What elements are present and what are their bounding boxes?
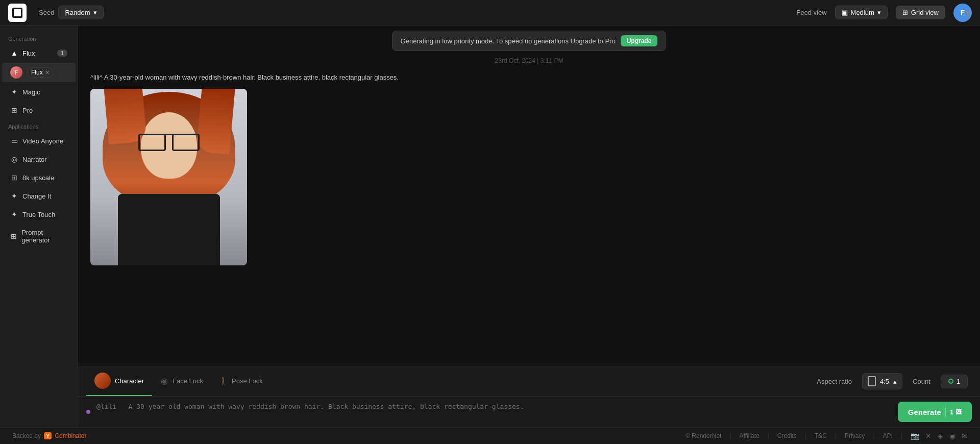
portrait-figure	[113, 102, 225, 265]
email-icon[interactable]: ✉	[962, 432, 968, 440]
affiliate-link[interactable]: Affiliate	[740, 432, 760, 439]
logo-inner	[12, 8, 22, 18]
controls-right: Aspect ratio 4:5 ▴ Count 1	[817, 373, 972, 389]
seed-dropdown[interactable]: Random ▾	[58, 6, 103, 19]
bottom-controls: Character ◉ Face Lock 🚶 Pose Lock Aspect…	[78, 366, 980, 427]
aspect-ratio-label: Aspect ratio	[817, 378, 852, 385]
timestamp: 23rd Oct, 2024 | 3:11 PM	[78, 56, 980, 68]
sidebar: Generation ▲ Flux 1 F Flux ✕ ✦ Magic ⊞ P…	[0, 26, 78, 427]
chevron-up-icon: ▴	[893, 378, 897, 385]
narrator-icon: ◎	[10, 155, 18, 163]
footer: Backed by Y Combinator © RenderNet | Aff…	[0, 427, 980, 444]
glasses	[138, 134, 200, 148]
sidebar-item-change-it[interactable]: ✦ Change It	[2, 187, 76, 205]
aspect-ratio-button[interactable]: 4:5 ▴	[862, 373, 902, 389]
top-header: Seed Random ▾ Feed view ▣ Medium ▾ ⊞ Gri…	[0, 0, 980, 26]
notification-text: Generating in low priority mode. To spee…	[401, 37, 616, 45]
generate-divider	[945, 407, 946, 417]
count-dot	[948, 379, 953, 384]
generated-image	[90, 89, 247, 265]
flux-tag-label: Flux	[31, 69, 43, 76]
notification-bar: Generating in low priority mode. To spee…	[78, 26, 980, 56]
content-area: Generating in low priority mode. To spee…	[78, 26, 980, 427]
header-right: Feed view ▣ Medium ▾ ⊞ Grid view F	[796, 4, 972, 22]
image-area: ⬆	[78, 87, 980, 366]
flux-tag[interactable]: Flux ✕	[27, 67, 54, 78]
sidebar-item-true-touch[interactable]: ✦ True Touch	[2, 206, 76, 223]
sidebar-flux-label: Flux	[22, 50, 35, 57]
instagram-icon[interactable]: 📷	[911, 432, 919, 440]
tab-pose-lock[interactable]: 🚶 Pose Lock	[211, 371, 271, 392]
separator-6: |	[901, 432, 902, 439]
combinator-label: Combinator	[55, 432, 86, 439]
flux-tag-row[interactable]: F Flux ✕	[2, 63, 76, 82]
generate-count-value: 1	[950, 408, 953, 416]
prompt-gen-label: Prompt generator	[21, 229, 67, 244]
hair-front-right	[196, 89, 236, 155]
medium-label: Medium	[851, 9, 874, 16]
seed-value: Random	[65, 9, 90, 16]
sidebar-item-prompt-gen[interactable]: ⊞ Prompt generator	[2, 224, 76, 249]
portrait-bg	[90, 89, 247, 265]
flux-badge: 1	[57, 50, 67, 57]
upgrade-button[interactable]: Upgrade	[621, 35, 658, 46]
api-link[interactable]: API	[883, 432, 893, 439]
character-thumbnail	[94, 373, 111, 389]
logo[interactable]	[8, 4, 27, 22]
input-row: Generate 1 🖼	[78, 397, 980, 427]
face-lock-label: Face Lock	[173, 377, 203, 385]
image-icon: 🖼	[955, 408, 962, 415]
twitter-icon[interactable]: ✕	[925, 432, 932, 440]
flux-tag-icon: F	[10, 66, 22, 79]
face-lock-icon: ◉	[160, 377, 168, 385]
chevron-down-icon: ▾	[93, 9, 97, 16]
pro-icon: ⊞	[10, 106, 18, 114]
character-tab-label: Character	[115, 377, 144, 385]
true-touch-label: True Touch	[22, 211, 55, 218]
separator-2: |	[768, 432, 769, 439]
change-it-label: Change It	[22, 192, 51, 200]
sidebar-item-video-anyone[interactable]: ▭ Video Anyone	[2, 132, 76, 150]
reddit-icon[interactable]: ◉	[949, 432, 955, 440]
separator-5: |	[873, 432, 874, 439]
footer-left: Backed by Y Combinator	[12, 432, 86, 439]
notification-box: Generating in low priority mode. To spee…	[392, 31, 667, 51]
tab-face-lock[interactable]: ◉ Face Lock	[152, 371, 211, 392]
copyright-label: © RenderNet	[685, 432, 721, 439]
backed-by-label: Backed by	[12, 432, 41, 439]
pose-lock-icon: 🚶	[219, 377, 228, 385]
sidebar-item-magic[interactable]: ✦ Magic	[2, 83, 76, 101]
section-generation-label: Generation	[0, 32, 78, 44]
flux-tag-close[interactable]: ✕	[45, 69, 50, 76]
upscale-label: 8k upscale	[22, 174, 54, 182]
grid-view-button[interactable]: ⊞ Grid view	[896, 6, 945, 19]
prompt-input[interactable]	[96, 402, 892, 422]
generate-button[interactable]: Generate 1 🖼	[898, 402, 972, 422]
tab-active-indicator	[94, 395, 144, 396]
sidebar-item-narrator[interactable]: ◎ Narrator	[2, 151, 76, 168]
sidebar-item-upscale[interactable]: ⊞ 8k upscale	[2, 169, 76, 186]
sidebar-item-pro[interactable]: ⊞ Pro	[2, 102, 76, 119]
feed-view-button[interactable]: Feed view	[796, 9, 826, 16]
true-touch-icon: ✦	[10, 210, 18, 218]
medium-icon: ▣	[842, 9, 848, 16]
torso	[118, 194, 220, 265]
count-value-box: 1	[941, 375, 968, 388]
magic-icon: ✦	[10, 88, 18, 96]
footer-right: © RenderNet | Affiliate | Credits | T&C …	[685, 432, 968, 440]
tc-link[interactable]: T&C	[815, 432, 827, 439]
tab-character[interactable]: Character	[86, 366, 152, 396]
medium-view-button[interactable]: ▣ Medium ▾	[835, 6, 888, 19]
prompt-gen-icon: ⊞	[10, 232, 17, 240]
privacy-link[interactable]: Privacy	[845, 432, 865, 439]
sidebar-item-flux[interactable]: ▲ Flux 1	[2, 44, 76, 62]
credits-link[interactable]: Credits	[777, 432, 797, 439]
chevron-down-icon: ▾	[877, 9, 881, 16]
seed-label: Seed	[39, 9, 54, 16]
narrator-label: Narrator	[22, 156, 47, 163]
main-layout: Generation ▲ Flux 1 F Flux ✕ ✦ Magic ⊞ P…	[0, 26, 980, 427]
upscale-icon: ⊞	[10, 174, 18, 182]
tabs-row: Character ◉ Face Lock 🚶 Pose Lock Aspect…	[78, 366, 980, 397]
discord-icon[interactable]: ◈	[938, 432, 943, 440]
grid-view-label: Grid view	[911, 9, 939, 16]
